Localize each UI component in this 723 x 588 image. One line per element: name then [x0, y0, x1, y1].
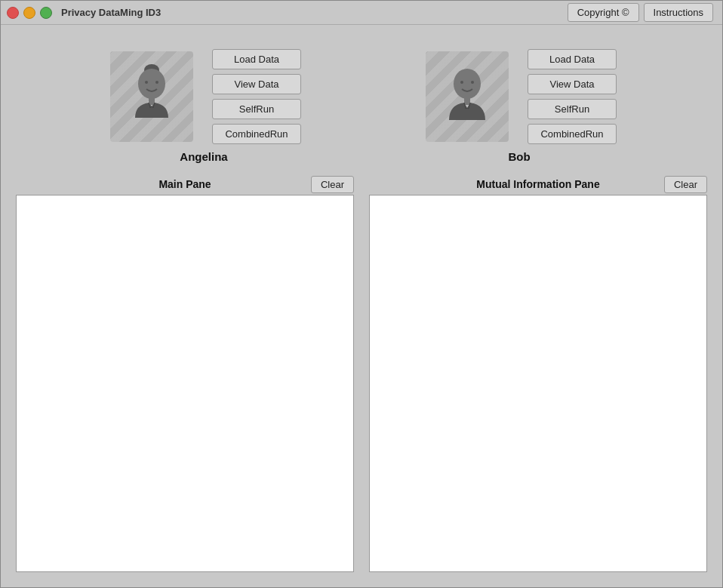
window-title: Privacy DataMing ID3 [52, 7, 568, 18]
angelina-load-data-button[interactable]: Load Data [212, 49, 300, 69]
main-pane-title: Main Pane [158, 178, 211, 190]
angelina-avatar-icon [122, 61, 182, 133]
svg-point-2 [138, 69, 165, 99]
main-pane-textarea[interactable] [16, 195, 354, 572]
main-pane-clear-button[interactable]: Clear [311, 176, 354, 193]
mutual-pane-clear-button[interactable]: Clear [664, 176, 707, 193]
bob-avatar-bg [426, 51, 509, 142]
svg-point-4 [155, 81, 158, 84]
close-button[interactable] [7, 7, 19, 19]
angelina-block: Load Data View Data SelfRun CombinedRun … [106, 48, 300, 163]
main-pane-container: Main Pane Clear [16, 178, 354, 572]
header-buttons: Copyright © Instructions [568, 3, 713, 22]
copyright-button[interactable]: Copyright © [568, 3, 639, 22]
angelina-avatar-bg [110, 51, 193, 142]
instructions-button[interactable]: Instructions [644, 3, 713, 22]
angelina-view-data-button[interactable]: View Data [212, 74, 300, 94]
mutual-pane-title: Mutual Information Pane [476, 178, 599, 190]
bob-avatar-container [422, 48, 512, 146]
angelina-name: Angelina [180, 150, 227, 163]
mutual-pane-container: Mutual Information Pane Clear [369, 178, 707, 572]
bob-block: Load Data View Data SelfRun CombinedRun … [422, 48, 616, 163]
user-section: Load Data View Data SelfRun CombinedRun … [16, 32, 707, 171]
bob-combinedrun-button[interactable]: CombinedRun [528, 124, 616, 144]
bob-view-data-button[interactable]: View Data [528, 74, 616, 94]
window-controls [7, 7, 52, 19]
angelina-controls: Load Data View Data SelfRun CombinedRun [212, 49, 300, 144]
bob-selfrun-button[interactable]: SelfRun [528, 99, 616, 119]
angelina-panel: Load Data View Data SelfRun CombinedRun [106, 48, 300, 146]
svg-point-6 [454, 69, 481, 99]
mutual-pane-header: Mutual Information Pane Clear [369, 178, 707, 190]
angelina-combinedrun-button[interactable]: CombinedRun [212, 124, 300, 144]
svg-point-8 [471, 81, 474, 84]
bob-panel: Load Data View Data SelfRun CombinedRun [422, 48, 616, 146]
title-bar: Privacy DataMing ID3 Copyright © Instruc… [1, 1, 722, 25]
main-content: Load Data View Data SelfRun CombinedRun … [1, 25, 722, 587]
panes-section: Main Pane Clear Mutual Information Pane … [16, 178, 707, 572]
mutual-pane-textarea[interactable] [369, 195, 707, 572]
bob-name: Bob [508, 150, 530, 163]
bob-controls: Load Data View Data SelfRun CombinedRun [528, 49, 616, 144]
bob-load-data-button[interactable]: Load Data [528, 49, 616, 69]
angelina-selfrun-button[interactable]: SelfRun [212, 99, 300, 119]
bob-avatar-icon [437, 61, 497, 133]
angelina-avatar-container [106, 48, 197, 146]
svg-rect-9 [464, 97, 470, 105]
svg-point-3 [145, 81, 148, 84]
main-window: Privacy DataMing ID3 Copyright © Instruc… [0, 0, 723, 588]
minimize-button[interactable] [23, 7, 35, 19]
svg-point-7 [460, 81, 463, 84]
main-pane-header: Main Pane Clear [16, 178, 354, 190]
maximize-button[interactable] [40, 7, 52, 19]
